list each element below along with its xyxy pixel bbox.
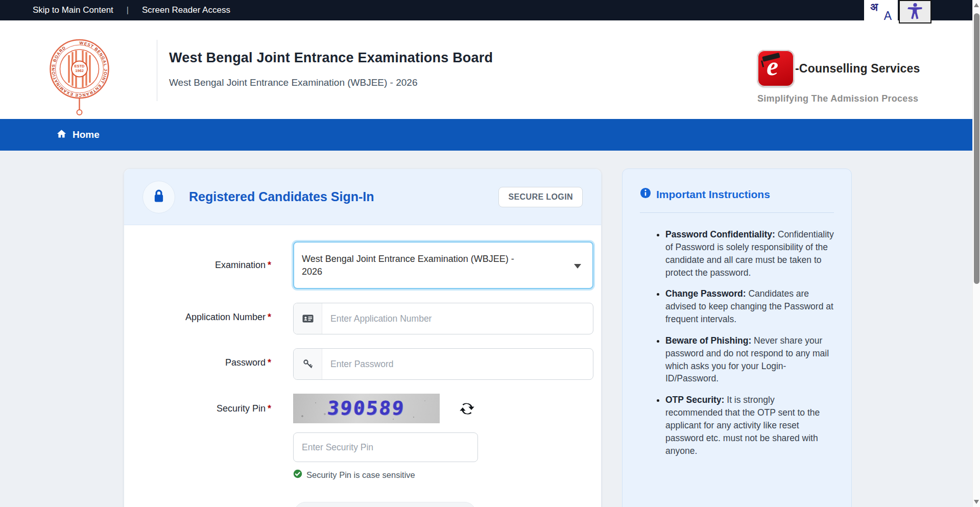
site-header: WEST BENGAL JOINT ENTRANCE EXAMINATIONS … — [0, 20, 972, 119]
language-toggle-button[interactable]: अ A — [864, 0, 898, 23]
exam-subtitle: West Bengal Joint Entrance Examination (… — [169, 77, 493, 88]
refresh-icon — [459, 411, 475, 418]
instructions-panel: Important Instructions Password Confiden… — [622, 168, 852, 507]
instructions-list: Password Confidentiality: Confidentialit… — [640, 228, 834, 457]
application-number-label: Application Number* — [124, 303, 293, 334]
examination-select[interactable]: West Bengal Joint Entrance Examination (… — [293, 242, 593, 289]
instruction-lead: Password Confidentiality: — [665, 229, 775, 239]
instruction-lead: Change Password: — [665, 288, 746, 299]
ecounselling-brand: e -Counselling Services Simplifying The … — [757, 50, 941, 104]
instruction-item: Password Confidentiality: Confidentialit… — [665, 228, 834, 279]
password-input[interactable] — [322, 349, 593, 379]
application-number-row: Application Number* — [124, 303, 601, 334]
examination-label: Examination* — [124, 260, 293, 271]
accessibility-person-icon — [906, 2, 924, 22]
required-asterisk: * — [268, 312, 271, 322]
pin-case-note: Security Pin is case sensitive — [293, 469, 601, 480]
examination-selected-value: West Bengal Joint Entrance Examination (… — [302, 253, 524, 278]
wbjeeb-seal-logo: WEST BENGAL JOINT ENTRANCE EXAMINATIONS … — [45, 35, 114, 118]
instructions-title: Important Instructions — [656, 188, 770, 201]
scroll-up-arrow[interactable] — [974, 3, 979, 7]
examination-row: Examination* West Bengal Joint Entrance … — [124, 242, 601, 289]
accessibility-button[interactable] — [899, 0, 931, 23]
application-number-group — [293, 303, 593, 334]
utility-bar: Skip to Main Content | Screen Reader Acc… — [0, 0, 972, 20]
signin-submit-button[interactable] — [294, 502, 476, 507]
header-divider — [157, 40, 157, 101]
board-title: West Bengal Joint Entrance Examinations … — [169, 50, 493, 66]
page: Skip to Main Content | Screen Reader Acc… — [0, 0, 972, 507]
scroll-down-arrow[interactable] — [974, 500, 979, 504]
security-pin-row: Security Pin* 390589 — [124, 394, 601, 423]
instruction-lead: OTP Security: — [665, 395, 724, 405]
brand-name: -Counselling Services — [795, 62, 920, 76]
required-asterisk: * — [268, 403, 271, 414]
skip-to-content-link[interactable]: Skip to Main Content — [33, 5, 113, 15]
id-card-icon — [294, 303, 322, 334]
lock-icon — [152, 188, 165, 206]
signin-card: Registered Candidates Sign-In SECURE LOG… — [124, 168, 602, 507]
application-number-input[interactable] — [322, 303, 593, 334]
secure-login-badge[interactable]: SECURE LOGIN — [498, 187, 583, 207]
hindi-letter-icon: अ — [870, 1, 878, 13]
captcha-refresh-button[interactable] — [459, 401, 475, 417]
home-icon — [56, 129, 67, 141]
key-icon — [294, 349, 322, 379]
instruction-item: Change Password: Candidates are advised … — [665, 287, 834, 326]
nav-home-link[interactable]: Home — [73, 129, 100, 140]
password-row: Password* — [124, 348, 601, 380]
check-circle-icon — [293, 469, 302, 480]
instruction-item: OTP Security: It is strongly recommended… — [665, 394, 834, 457]
captcha-value: 390589 — [293, 397, 440, 419]
seal-year-text: 1962 — [75, 68, 84, 73]
pin-note-text: Security Pin is case sensitive — [306, 470, 415, 480]
password-group — [293, 348, 593, 380]
info-icon — [640, 187, 651, 201]
security-pin-label: Security Pin* — [124, 403, 293, 414]
required-asterisk: * — [268, 260, 271, 270]
vertical-scrollbar[interactable] — [972, 0, 980, 507]
utility-icons: अ A — [864, 0, 931, 23]
security-pin-input[interactable] — [294, 433, 477, 462]
security-pin-group — [293, 432, 478, 462]
captcha-image: 390589 — [293, 394, 440, 423]
instruction-item: Beware of Phishing: Never share your pas… — [665, 334, 834, 385]
scrollbar-thumb[interactable] — [974, 13, 979, 284]
link-separator: | — [127, 6, 129, 15]
lock-badge — [142, 181, 175, 213]
main-nav: Home — [0, 119, 972, 151]
brand-tagline: Simplifying The Admission Process — [757, 93, 941, 104]
seal-estd-text: ESTD — [74, 64, 85, 68]
signin-title: Registered Candidates Sign-In — [189, 189, 374, 204]
page-content: Registered Candidates Sign-In SECURE LOG… — [0, 151, 972, 507]
password-label: Password* — [124, 348, 293, 380]
required-asterisk: * — [268, 357, 271, 368]
signin-form: Examination* West Bengal Joint Entrance … — [124, 225, 601, 507]
signin-card-header: Registered Candidates Sign-In SECURE LOG… — [124, 169, 601, 225]
instruction-lead: Beware of Phishing: — [665, 335, 751, 346]
ecounselling-logo-icon: e — [757, 50, 794, 87]
chevron-down-icon — [574, 264, 581, 269]
screen-reader-link[interactable]: Screen Reader Access — [142, 5, 230, 15]
latin-letter-icon: A — [884, 9, 892, 23]
